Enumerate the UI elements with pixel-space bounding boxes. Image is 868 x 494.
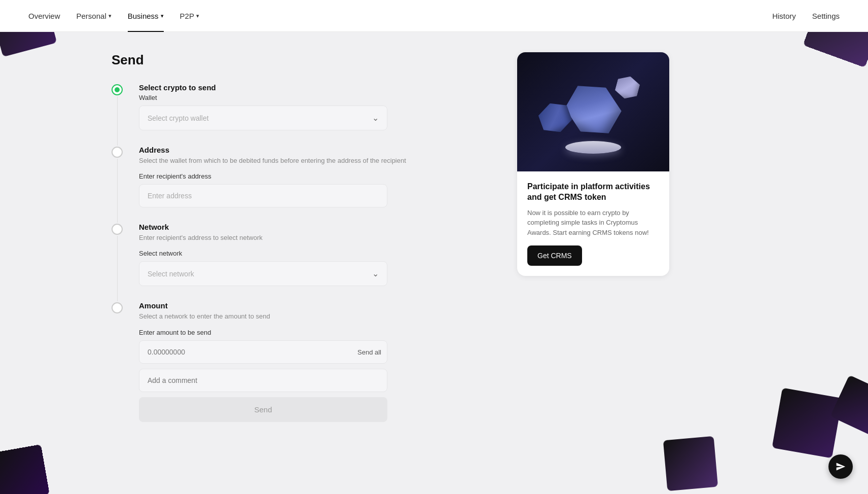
step-4-title: Amount xyxy=(139,301,497,310)
amount-wrapper: Send all xyxy=(139,340,387,364)
step-2-title: Address xyxy=(139,146,497,154)
right-panel: Participate in platform activities and g… xyxy=(517,52,669,474)
fab-button[interactable] xyxy=(828,454,853,479)
promo-image xyxy=(517,52,669,171)
send-fab-icon xyxy=(836,462,846,472)
step-2: Address Select the wallet from which to … xyxy=(112,146,497,207)
main-content: Send Select crypto to send Wallet Select… xyxy=(0,32,868,494)
step-3: Network Enter recipient's address to sel… xyxy=(112,223,497,286)
promo-title: Participate in platform activities and g… xyxy=(527,182,659,203)
network-placeholder: Select network xyxy=(148,270,194,278)
step-3-indicator xyxy=(112,224,123,235)
step-1-title: Select crypto to send xyxy=(139,83,497,92)
gem-small-right xyxy=(613,74,641,101)
network-select-label: Select network xyxy=(139,250,497,257)
nav-p2p[interactable]: P2P ▾ xyxy=(172,0,207,32)
promo-body: Participate in platform activities and g… xyxy=(517,171,669,276)
network-chevron-icon: ⌄ xyxy=(372,269,379,278)
nav-personal[interactable]: Personal ▾ xyxy=(68,0,120,32)
page-title: Send xyxy=(112,52,497,68)
nav-settings[interactable]: Settings xyxy=(804,0,848,32)
amount-field-label: Enter amount to be send xyxy=(139,329,497,336)
send-button[interactable]: Send xyxy=(139,397,387,422)
step-4-subtitle: Select a network to enter the amount to … xyxy=(139,312,497,321)
nav-business[interactable]: Business ▾ xyxy=(120,0,172,32)
step-2-content: Address Select the wallet from which to … xyxy=(139,146,497,207)
personal-arrow-icon: ▾ xyxy=(108,13,112,19)
amount-input[interactable] xyxy=(139,340,387,364)
address-input[interactable] xyxy=(139,184,387,207)
network-select[interactable]: Select network ⌄ xyxy=(139,261,387,286)
crypto-wallet-select[interactable]: Select crypto wallet ⌄ xyxy=(139,105,387,130)
step-2-indicator xyxy=(112,147,123,158)
step-1: Select crypto to send Wallet Select cryp… xyxy=(112,83,497,130)
comment-input[interactable] xyxy=(139,369,387,392)
business-arrow-icon: ▾ xyxy=(161,13,164,19)
step-3-subtitle: Enter recipient's address to select netw… xyxy=(139,233,497,242)
form-section: Send Select crypto to send Wallet Select… xyxy=(112,52,497,474)
step-1-content: Select crypto to send Wallet Select cryp… xyxy=(139,83,497,130)
nav-history[interactable]: History xyxy=(764,0,804,32)
navbar: Overview Personal ▾ Business ▾ P2P ▾ His… xyxy=(0,0,868,32)
step-1-connector xyxy=(117,96,118,146)
step-3-title: Network xyxy=(139,223,497,231)
gem-container xyxy=(517,52,669,171)
step-3-connector xyxy=(117,236,118,301)
promo-card: Participate in platform activities and g… xyxy=(517,52,669,276)
step-4-indicator xyxy=(112,302,123,313)
p2p-arrow-icon: ▾ xyxy=(196,13,199,19)
step-4-content: Amount Select a network to enter the amo… xyxy=(139,301,497,421)
nav-overview[interactable]: Overview xyxy=(20,0,68,32)
crypto-wallet-placeholder: Select crypto wallet xyxy=(148,114,209,122)
promo-text: Now it is possible to earn crypto by com… xyxy=(527,208,659,238)
get-crms-button[interactable]: Get CRMS xyxy=(527,245,582,266)
step-2-subtitle: Select the wallet from which to be debit… xyxy=(139,156,497,165)
step-1-indicator xyxy=(112,84,123,95)
platform-base xyxy=(565,141,621,154)
chevron-down-icon: ⌄ xyxy=(372,113,379,123)
step-3-content: Network Enter recipient's address to sel… xyxy=(139,223,497,286)
address-field-label: Enter recipient's address xyxy=(139,172,497,180)
step-4: Amount Select a network to enter the amo… xyxy=(112,301,497,421)
step-2-connector xyxy=(117,159,118,223)
step-1-wallet-label: Wallet xyxy=(139,94,497,101)
send-all-button[interactable]: Send all xyxy=(357,348,381,356)
